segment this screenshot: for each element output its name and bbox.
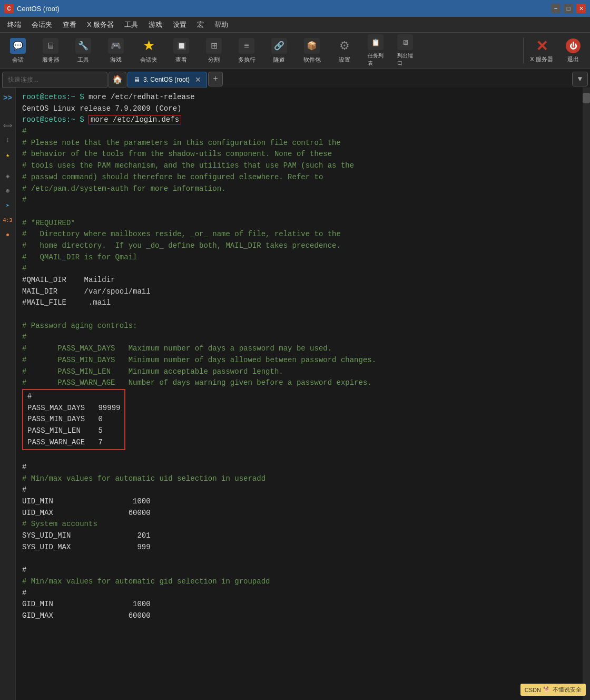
- toolbar-games[interactable]: 🎮 游戏: [100, 34, 132, 67]
- sidebar-btn-8[interactable]: ●: [2, 229, 14, 241]
- watermark-text: CSDN: [525, 687, 541, 693]
- toolbar-quit-label: 退出: [567, 55, 579, 63]
- toolbar-right: ✕ X 服务器 ⏻ 退出: [522, 34, 588, 67]
- window-title: CentOS (root): [17, 5, 551, 13]
- sidebar-btn-3[interactable]: ★: [2, 149, 14, 161]
- toolbar-view-label: 查看: [175, 56, 187, 64]
- watermark-label: 不懂说安全: [553, 686, 582, 694]
- menu-xserver[interactable]: X 服务器: [82, 18, 119, 32]
- toolbar-split[interactable]: ⊞ 分割: [198, 34, 230, 67]
- toolbar-favorites[interactable]: ★ 会话夹: [133, 34, 164, 67]
- title-bar: C CentOS (root) − □ ✕: [0, 0, 590, 17]
- sidebar: >> ⟺ ↕ ★ ◈ ⊛ ➤ 4:3 ●: [0, 88, 16, 700]
- watermark: CSDN 🐕 不懂说安全: [520, 684, 586, 696]
- xserver-icon: ✕: [533, 37, 550, 54]
- new-tab-button[interactable]: +: [208, 72, 223, 86]
- home-tab[interactable]: 🏠: [109, 72, 126, 88]
- tab-title: 3. CentOS (root): [143, 76, 190, 83]
- scrollbar[interactable]: [583, 88, 590, 700]
- sidebar-btn-7[interactable]: 4:3: [2, 214, 14, 227]
- minimize-button[interactable]: −: [551, 4, 560, 13]
- tunnel-icon: 🔗: [271, 37, 288, 54]
- toolbar: 💬 会话 🖥 服务器 🔧 工具 🎮 游戏 ★: [0, 33, 590, 69]
- chevron-down-icon: ▼: [578, 75, 582, 83]
- session-icon: 💬: [9, 37, 26, 54]
- menu-tools[interactable]: 工具: [119, 18, 143, 32]
- menu-sessions[interactable]: 会话夹: [26, 18, 57, 32]
- toolbar-package-label: 软件包: [303, 56, 321, 64]
- window-controls: − □ ✕: [551, 4, 586, 13]
- toolbar-games-label: 游戏: [110, 56, 122, 64]
- package-icon: 📦: [303, 37, 320, 54]
- watermark-icon: 🐕: [543, 686, 550, 693]
- sidebar-arrows[interactable]: >>: [2, 92, 14, 104]
- toolbar-portlist-label: 列出端口: [397, 52, 413, 67]
- tab-close-button[interactable]: ✕: [195, 75, 201, 84]
- favorites-icon: ★: [140, 37, 157, 54]
- toolbar-server-label: 服务器: [42, 56, 60, 64]
- maximize-button[interactable]: □: [564, 4, 573, 13]
- toolbar-tools-label: 工具: [77, 56, 89, 64]
- server-icon: 🖥: [42, 37, 59, 54]
- toolbar-tunnel-label: 隧道: [273, 56, 285, 64]
- multiexec-icon: ≡: [238, 37, 255, 54]
- toolbar-package[interactable]: 📦 软件包: [296, 34, 328, 67]
- view-icon: 🔲: [173, 37, 190, 54]
- menu-macro[interactable]: 宏: [192, 18, 209, 32]
- toolbar-quit[interactable]: ⏻ 退出: [558, 34, 588, 67]
- toolbar-server[interactable]: 🖥 服务器: [35, 34, 66, 67]
- toolbar-multiexec[interactable]: ≡ 多执行: [231, 34, 262, 67]
- centos-tab[interactable]: 🖥 3. CentOS (root) ✕: [127, 72, 207, 88]
- tab-bar: 快速连接... 🏠 🖥 3. CentOS (root) ✕ + ▼: [0, 69, 590, 88]
- toolbar-session-label: 会话: [12, 56, 24, 64]
- app-icon: C: [4, 4, 14, 13]
- sidebar-btn-4[interactable]: ◈: [2, 170, 14, 182]
- terminal-output: root@cetos:~ $ more /etc/redhat-release …: [22, 92, 576, 622]
- quick-connect-input[interactable]: 快速连接...: [2, 72, 107, 88]
- toolbar-split-label: 分割: [208, 56, 220, 64]
- sidebar-btn-1[interactable]: ⟺: [2, 119, 14, 132]
- sidebar-btn-2[interactable]: ↕: [2, 134, 14, 147]
- close-button[interactable]: ✕: [576, 4, 586, 13]
- tasklist-icon: 📋: [367, 34, 384, 51]
- quick-connect-placeholder: 快速连接...: [8, 75, 38, 84]
- sidebar-btn-5[interactable]: ⊛: [2, 184, 14, 197]
- scrollbar-thumb[interactable]: [583, 93, 590, 103]
- toolbar-settings-label: 设置: [339, 56, 350, 64]
- menu-bar: 终端 会话夹 查看 X 服务器 工具 游戏 设置 宏 帮助: [0, 17, 590, 33]
- settings-icon: ⚙: [336, 37, 353, 54]
- home-icon: 🏠: [112, 74, 123, 85]
- toolbar-xserver[interactable]: ✕ X 服务器: [527, 34, 556, 67]
- toolbar-favorites-label: 会话夹: [140, 56, 158, 64]
- games-icon: 🎮: [107, 37, 124, 54]
- toolbar-multiexec-label: 多执行: [238, 56, 255, 64]
- terminal-area: >> ⟺ ↕ ★ ◈ ⊛ ➤ 4:3 ● root@cetos:~ $ more…: [0, 88, 590, 700]
- tools-icon: 🔧: [75, 37, 92, 54]
- menu-help[interactable]: 帮助: [209, 18, 233, 32]
- terminal-content[interactable]: root@cetos:~ $ more /etc/redhat-release …: [16, 88, 583, 700]
- menu-settings[interactable]: 设置: [168, 18, 192, 32]
- toolbar-sep: [523, 37, 524, 64]
- menu-terminal[interactable]: 终端: [2, 18, 26, 32]
- toolbar-tasklist[interactable]: 📋 任务列表: [361, 34, 390, 67]
- toolbar-xserver-label: X 服务器: [530, 55, 553, 63]
- toolbar-session[interactable]: 💬 会话: [2, 34, 34, 67]
- split-icon: ⊞: [205, 37, 222, 54]
- menu-view[interactable]: 查看: [57, 18, 82, 32]
- toolbar-view[interactable]: 🔲 查看: [165, 34, 197, 67]
- sidebar-btn-6[interactable]: ➤: [2, 199, 14, 212]
- toolbar-settings[interactable]: ⚙ 设置: [329, 34, 360, 67]
- menu-games[interactable]: 游戏: [143, 18, 168, 32]
- tab-scroll-button[interactable]: ▼: [572, 72, 588, 86]
- quit-icon: ⏻: [565, 37, 582, 54]
- toolbar-portlist[interactable]: 🖥 列出端口: [391, 34, 419, 67]
- tab-server-icon: 🖥: [133, 76, 140, 84]
- toolbar-tunnel[interactable]: 🔗 隧道: [263, 34, 295, 67]
- toolbar-tasklist-label: 任务列表: [368, 52, 384, 67]
- toolbar-tools[interactable]: 🔧 工具: [67, 34, 99, 67]
- portlist-icon: 🖥: [397, 34, 414, 51]
